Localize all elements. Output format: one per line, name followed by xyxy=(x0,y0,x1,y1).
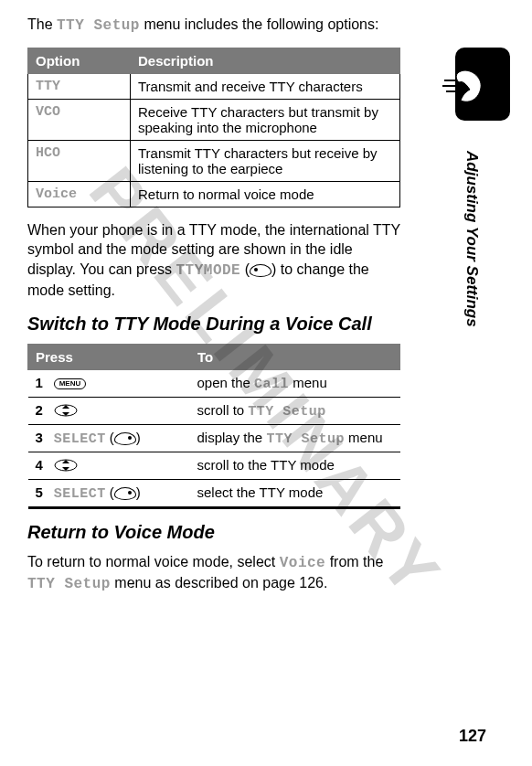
step-to-pre: display the xyxy=(197,430,267,445)
return-note-menu: TTY Setup xyxy=(27,576,111,592)
scroll-key-icon xyxy=(54,404,78,420)
phone-tab-icon xyxy=(448,48,510,130)
table-row: 1 MENU open the Call menu xyxy=(28,369,400,397)
step-number: 5 xyxy=(36,484,50,500)
left-soft-key-icon xyxy=(250,264,271,277)
option-cell: HCO xyxy=(28,140,131,181)
menu-key-icon: MENU xyxy=(54,378,87,389)
options-header-option: Option xyxy=(28,48,131,73)
steps-header-to: To xyxy=(190,344,400,369)
ttymode-key: TTYMODE xyxy=(176,262,240,279)
step-to-pre: scroll to xyxy=(197,402,249,418)
options-table: Option Description TTY Transmit and rece… xyxy=(27,48,400,207)
option-cell: VCO xyxy=(28,99,131,140)
step-number: 3 xyxy=(36,430,50,445)
steps-header-press: Press xyxy=(28,344,190,369)
page-number: 127 xyxy=(459,727,486,746)
table-row: VCO Receive TTY characters but transmit … xyxy=(28,99,400,140)
option-cell: TTY xyxy=(28,73,131,99)
option-cell: Voice xyxy=(28,181,131,207)
description-cell: Transmit TTY characters but receive by l… xyxy=(131,140,400,181)
mode-note-paragraph: When your phone is in a TTY mode, the in… xyxy=(27,220,400,301)
right-soft-key-icon xyxy=(114,487,136,500)
return-note-pre: To return to normal voice mode, select xyxy=(27,554,280,569)
step-to-post: menu xyxy=(345,430,383,445)
step-to-mono: TTY Setup xyxy=(266,431,345,447)
table-row: 5 SELECT () select the TTY mode xyxy=(28,479,400,507)
step-to-pre: scroll to the TTY mode xyxy=(197,457,335,473)
steps-table: Press To 1 MENU open the Call menu 2 xyxy=(27,344,400,509)
step-press-label: SELECT xyxy=(54,486,106,502)
step-number: 2 xyxy=(36,402,50,418)
description-cell: Transmit and receive TTY characters xyxy=(131,73,400,99)
step-to-post: menu xyxy=(289,375,327,390)
intro-pre: The xyxy=(27,16,57,32)
description-cell: Receive TTY characters but transmit by s… xyxy=(131,99,400,140)
return-note-paragraph: To return to normal voice mode, select V… xyxy=(27,552,400,595)
step-to-pre: select the TTY mode xyxy=(197,484,324,500)
table-row: 2 scroll to TTY Setup xyxy=(28,397,400,424)
heading-return: Return to Voice Mode xyxy=(27,522,400,543)
description-cell: Return to normal voice mode xyxy=(131,181,400,207)
table-row: 3 SELECT () display the TTY Setup menu xyxy=(28,424,400,452)
return-note-mid: from the xyxy=(325,554,383,569)
table-row: HCO Transmit TTY characters but receive … xyxy=(28,140,400,181)
step-to-pre: open the xyxy=(197,375,255,390)
step-number: 1 xyxy=(36,375,50,390)
step-number: 4 xyxy=(36,457,50,473)
return-note-opt: Voice xyxy=(280,555,326,571)
right-soft-key-icon xyxy=(114,432,136,445)
return-note-post: menu as described on page 126. xyxy=(111,575,328,590)
options-header-description: Description xyxy=(131,48,400,73)
intro-menu-name: TTY Setup xyxy=(57,17,140,34)
scroll-key-icon xyxy=(54,459,78,474)
intro-post: menu includes the following options: xyxy=(140,16,379,32)
intro-paragraph: The TTY Setup menu includes the followin… xyxy=(27,15,400,37)
page-content: The TTY Setup menu includes the followin… xyxy=(27,15,400,595)
step-press-label: SELECT xyxy=(54,431,106,447)
table-row: 4 scroll to the TTY mode xyxy=(28,452,400,479)
heading-switch: Switch to TTY Mode During a Voice Call xyxy=(27,314,400,335)
section-side-label-text: Adjusting Your Settings xyxy=(463,151,481,327)
step-to-mono: Call xyxy=(254,377,289,392)
table-row: TTY Transmit and receive TTY characters xyxy=(28,73,400,99)
table-row: Voice Return to normal voice mode xyxy=(28,181,400,207)
step-to-mono: TTY Setup xyxy=(248,404,326,420)
section-side-label: Adjusting Your Settings xyxy=(464,151,483,471)
